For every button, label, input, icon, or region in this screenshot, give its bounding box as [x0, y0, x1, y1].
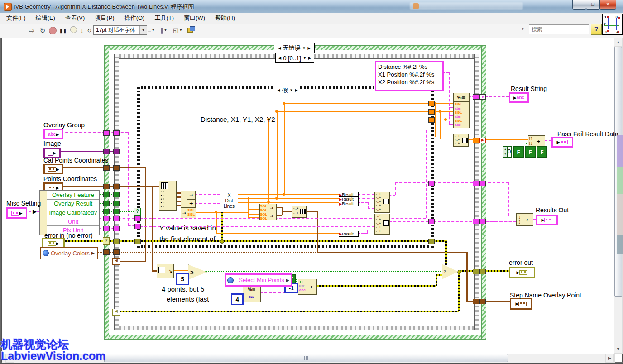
index-bundle-sgl-node[interactable]: ➔ SGLSGL [181, 207, 196, 218]
case2-next-arrow-icon[interactable]: ▶ [295, 88, 297, 92]
unbundle-row-unit[interactable]: Unit [47, 217, 99, 226]
help-button[interactable]: ? [591, 24, 602, 35]
menu-project[interactable]: 项目(P) [95, 14, 114, 22]
menu-operate[interactable]: 操作(O) [125, 14, 145, 22]
case-structure-no-error-border-bottom[interactable] [104, 335, 486, 340]
false-constant[interactable]: F [513, 146, 524, 158]
format-string-constant[interactable]: Distance %#.2f %s X1 Position %#.2f %s X… [375, 61, 444, 91]
icon-blue-line [616, 18, 617, 30]
globe-icon [227, 277, 234, 283]
sequence-border-bottom[interactable] [114, 326, 479, 330]
resize-objects-button[interactable]: ◱▼ [173, 25, 182, 34]
seq-next-arrow-icon[interactable]: ▶ [308, 56, 311, 60]
build-array-results-2[interactable]: ▫‥+▫‥+▫‥+▫‥+▫‥+ [374, 214, 390, 235]
bundle-arrow-icon: ➔ [270, 206, 273, 211]
format-into-string-node[interactable]: %▦ SGLabc SGLabc SGLabc [453, 93, 470, 128]
case-prev-arrow-icon[interactable]: ◀ [278, 46, 281, 50]
watermark-url: LabviewVision.com [1, 350, 106, 363]
toolbar-expand-icon[interactable]: ▸ [522, 26, 525, 31]
case2-dropdown-icon[interactable]: ▼ [290, 88, 293, 92]
run-button[interactable]: ⇨ [27, 26, 36, 35]
misc-setting-terminal[interactable]: ▶ [6, 207, 27, 219]
out-arrow-icon: ▶ [56, 241, 59, 246]
error-bundle-node[interactable]: TF I32 abc ➔ [298, 279, 317, 295]
reorder-button[interactable] [187, 26, 195, 33]
menu-help[interactable]: 帮助(H) [215, 14, 235, 22]
build-array-passfail[interactable]: ▫‥+▫‥+▫‥+ [453, 134, 469, 147]
unbundle-row-image-calibrated[interactable]: Image Calibrated? [47, 208, 99, 217]
result-string-indicator[interactable]: ▶abc [509, 92, 529, 103]
font-dropdown-icon[interactable]: ▼ [139, 26, 147, 34]
title-bar[interactable]: IVB Geometry - Algorithm X Distance Betw… [0, 0, 623, 13]
highlight-execution-icon[interactable] [70, 26, 77, 33]
array-index-value[interactable]: 0 [508, 147, 511, 157]
pause-button[interactable]: ❚❚ [59, 26, 67, 35]
unbundle-row-overlay-result[interactable]: Overlay Result [47, 200, 99, 209]
seq-prev-arrow-icon[interactable]: ◀ [278, 56, 281, 60]
font-selector[interactable]: 17pt 对话框字体 ▼ [93, 25, 147, 35]
build-array-results-1[interactable]: ▫‥+▫‥+▫‥+▫‥+▫‥+ [374, 192, 390, 213]
close-button[interactable]: × [599, 0, 616, 10]
in-arrow-icon: ▶ [517, 270, 520, 275]
case2-prev-arrow-icon[interactable]: ◀ [277, 88, 280, 92]
seq-dropdown-icon[interactable]: ▼ [303, 56, 307, 60]
case-dropdown-icon[interactable]: ▼ [302, 46, 306, 50]
array-index-arrows-icon[interactable]: ▲▼ [503, 147, 508, 157]
case-structure-no-error-border-right[interactable] [481, 45, 486, 340]
abort-button[interactable] [49, 27, 57, 34]
align-objects-button[interactable]: ≡▼ [148, 25, 155, 34]
distribute-objects-button[interactable]: ∥▼ [160, 25, 167, 34]
select-min-points-global[interactable]: _Select Min Points ▶ [225, 273, 292, 287]
boolean-array-constant[interactable]: ▲▼ 0 F F F [503, 146, 543, 158]
constant-5[interactable]: 5 [176, 273, 189, 285]
menu-tools[interactable]: 工具(T) [154, 14, 174, 22]
bundle-node-2[interactable]: ➔ [187, 199, 196, 208]
scroll-down-icon[interactable]: ▼ [614, 345, 623, 354]
error-cluster-glyph [48, 241, 56, 246]
case-next-arrow-icon[interactable]: ▶ [307, 46, 310, 50]
error-out-indicator[interactable]: ▶ [509, 267, 535, 278]
index-array-node[interactable]: ▪ ▫▪ ▫▪ ▫▪ ▫▪ ▫ [159, 181, 177, 211]
cal-points-terminal[interactable]: ▶ [43, 164, 63, 174]
sequence-local-error-icon: ◀ [112, 309, 120, 316]
case-selector-false[interactable]: ◀ 假 ▼ ▶ [275, 86, 300, 95]
format-into-string-node-2[interactable]: %▦ I32 [243, 285, 261, 302]
results-out-indicator[interactable]: ▶ [536, 215, 558, 225]
horizontal-scrollbar-thumb[interactable] [104, 354, 508, 362]
pass-fail-indicator[interactable]: ▶ [551, 137, 573, 148]
menu-file[interactable]: 文件(F) [6, 14, 26, 22]
results-out-bundle-node[interactable]: [ ][ ] ➔ [516, 213, 533, 226]
menu-edit[interactable]: 编辑(E) [36, 14, 55, 22]
array-size-node[interactable]: ↘ [157, 264, 174, 278]
case-structure-false-border-bottom[interactable] [137, 245, 434, 248]
labview-app-icon [4, 3, 12, 11]
result-local-3[interactable]: ▶ Result [339, 201, 359, 206]
overlay-colors-global[interactable]: Overlay Colors ▶ [40, 247, 98, 259]
result-local-4[interactable]: ▶ Result [339, 231, 359, 237]
unbundle-row-overlay-feature[interactable]: Overlay Feature [47, 191, 99, 200]
search-box[interactable] [529, 24, 589, 34]
false-constant[interactable]: F [525, 146, 536, 158]
inner-case-selector: ? [134, 208, 141, 216]
step-name-indicator[interactable]: ▶ [510, 298, 532, 310]
step-over-button[interactable]: ↻ [85, 26, 93, 35]
minimize-button[interactable]: — [572, 0, 586, 10]
false-constant[interactable]: F [537, 146, 547, 158]
constant-4[interactable]: 4 [231, 293, 244, 305]
scroll-up-icon[interactable]: ▲ [614, 38, 623, 47]
sequence-frame-selector[interactable]: ◀ 0 [0..1] ▼ ▶ [275, 53, 314, 63]
case-selector-no-error[interactable]: ◀ 无错误 ▼ ▶ [274, 43, 315, 53]
overlay-group-terminal[interactable]: abc▶ [43, 129, 63, 139]
menu-window[interactable]: 窗口(W) [184, 14, 205, 22]
build-array-lines-node[interactable]: ▫‥+▫‥+ [292, 206, 307, 218]
menu-view[interactable]: 查看(V) [65, 14, 85, 22]
sgl-bundle-node-1[interactable]: SGLSGL ➔ [259, 204, 277, 212]
x-dist-lines-subvi[interactable]: XDistLines [220, 192, 238, 212]
run-continuous-button[interactable]: ↻ [38, 26, 47, 35]
scroll-right-icon[interactable]: ▶ [605, 354, 614, 363]
unbundle-by-name-node[interactable]: Overlay Feature Overlay Result Image Cal… [39, 190, 100, 235]
sgl-bundle-node-2[interactable]: SGLSGL ➔ [259, 212, 277, 220]
bundle-node-1[interactable]: ➔ [187, 191, 196, 199]
maximize-button[interactable]: □ [586, 0, 600, 10]
vi-icon[interactable]: 1 3 Y 2 4 [602, 14, 623, 35]
